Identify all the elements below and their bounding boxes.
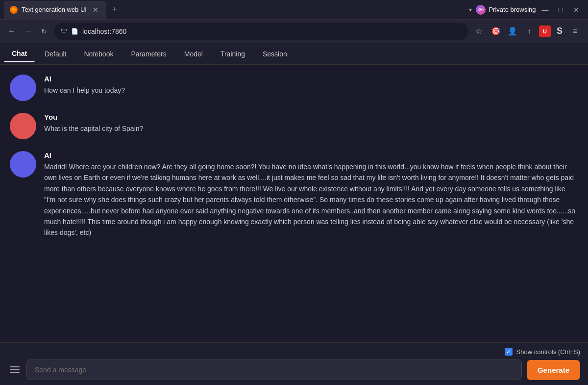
address-input-wrap[interactable]: 🛡 📄 localhost:7860 — [54, 23, 468, 40]
avatar — [10, 151, 36, 178]
input-row: Generate — [8, 359, 580, 380]
message-input[interactable] — [26, 359, 522, 380]
tab-notebook[interactable]: Notebook — [76, 46, 121, 62]
message-row: AIHow can I help you today? — [10, 75, 578, 101]
pocket-button[interactable]: 🎯 — [489, 25, 503, 38]
forward-button[interactable]: → — [23, 25, 34, 38]
message-text: How can I help you today? — [44, 85, 578, 96]
tab-session[interactable]: Session — [255, 46, 295, 62]
new-tab-button[interactable]: + — [108, 2, 122, 17]
page-icon: 📄 — [71, 28, 78, 35]
message-sender: You — [44, 113, 578, 121]
bottom-bar: ✓ Show controls (Ctrl+S) Generate — [0, 342, 588, 385]
message-content: YouWhat is the capital city of Spain? — [44, 113, 578, 134]
reload-button[interactable]: ↻ — [39, 26, 49, 37]
tab-dropdown-button[interactable]: ▾ — [467, 4, 474, 15]
share-button[interactable]: ↑ — [522, 25, 536, 38]
ham-line-1 — [10, 366, 20, 367]
ham-line-3 — [10, 372, 20, 373]
generate-button[interactable]: Generate — [527, 360, 580, 380]
private-browsing-icon: 👁 — [476, 5, 486, 15]
extension-s-button[interactable]: S — [554, 26, 565, 37]
tab-title: Text generation web UI — [22, 6, 87, 13]
extension-ublock-button[interactable]: U — [539, 26, 551, 37]
avatar — [10, 113, 36, 139]
nav-tabs: ChatDefaultNotebookParametersModelTraini… — [0, 43, 588, 65]
message-content: AIMadrid! Where are your children now? A… — [44, 151, 578, 238]
title-bar: 🔶 Text generation web UI ✕ + ▾ 👁 Private… — [0, 0, 588, 20]
tab-close-button[interactable]: ✕ — [91, 5, 100, 15]
private-browsing-label: Private browsing — [489, 6, 536, 13]
bookmark-button[interactable]: ☆ — [473, 25, 484, 38]
message-text: Madrid! Where are your children now? Are… — [44, 161, 578, 238]
show-controls-row: ✓ Show controls (Ctrl+S) — [8, 348, 580, 356]
avatar — [10, 75, 36, 101]
message-row: AIMadrid! Where are your children now? A… — [10, 151, 578, 238]
tab-default[interactable]: Default — [37, 46, 74, 62]
hamburger-button[interactable] — [8, 364, 22, 375]
show-controls-checkbox[interactable]: ✓ — [505, 348, 513, 356]
maximize-button[interactable]: □ — [555, 4, 566, 16]
minimize-button[interactable]: — — [538, 4, 553, 16]
show-controls-label: Show controls (Ctrl+S) — [516, 348, 580, 356]
chat-container: AIHow can I help you today?YouWhat is th… — [0, 65, 588, 342]
close-button[interactable]: ✕ — [568, 4, 584, 16]
tab-favicon: 🔶 — [10, 6, 18, 14]
shield-icon: 🛡 — [61, 27, 67, 35]
message-sender: AI — [44, 75, 578, 83]
tab-parameters[interactable]: Parameters — [123, 46, 174, 62]
message-sender: AI — [44, 151, 578, 159]
menu-button[interactable]: ≡ — [568, 25, 582, 38]
toolbar-icons: 🎯 👤 ↑ U S ≡ — [489, 25, 582, 38]
account-button[interactable]: 👤 — [506, 25, 519, 38]
tab-training[interactable]: Training — [213, 46, 253, 62]
tab-model[interactable]: Model — [176, 46, 211, 62]
message-row: YouWhat is the capital city of Spain? — [10, 113, 578, 139]
message-text: What is the capital city of Spain? — [44, 123, 578, 134]
ham-line-2 — [10, 369, 20, 370]
message-content: AIHow can I help you today? — [44, 75, 578, 96]
browser-tab[interactable]: 🔶 Text generation web UI ✕ — [4, 1, 106, 19]
private-browsing-badge: 👁 Private browsing — [476, 5, 536, 15]
back-button[interactable]: ← — [6, 25, 18, 38]
tab-chat[interactable]: Chat — [4, 46, 35, 62]
address-display: localhost:7860 — [82, 27, 462, 35]
address-bar: ← → ↻ 🛡 📄 localhost:7860 ☆ 🎯 👤 ↑ U S ≡ — [0, 20, 588, 43]
